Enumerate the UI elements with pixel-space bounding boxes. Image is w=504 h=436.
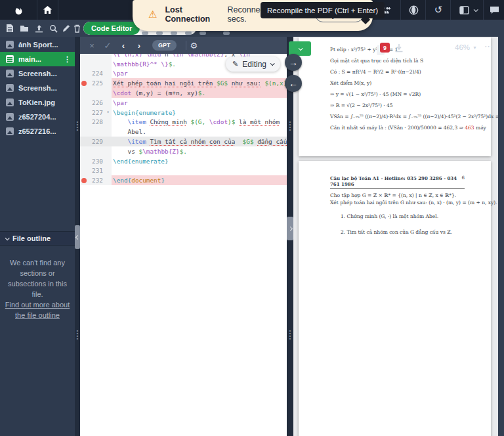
new-folder-button[interactable] bbox=[18, 22, 30, 34]
file-menu-icon[interactable]: ⋮ bbox=[62, 55, 75, 64]
pdf-zoom-control[interactable]: 46% ▼ bbox=[455, 43, 477, 51]
gutter[interactable]: 225 bbox=[80, 78, 112, 88]
divider bbox=[186, 41, 186, 50]
outline-help-link[interactable]: Find out more about the file outline bbox=[4, 299, 71, 320]
gutter[interactable] bbox=[80, 146, 112, 156]
file-tree-item[interactable]: z6527216... bbox=[0, 124, 75, 139]
code-text[interactable]: vs $\mathbb{Z}$. bbox=[112, 146, 287, 156]
accept-change-button[interactable]: ✓ bbox=[100, 41, 116, 51]
drag-handle-icon[interactable]: •••• bbox=[77, 121, 79, 131]
settings-gear-icon[interactable]: ⚙ bbox=[190, 41, 198, 51]
drag-handle-icon[interactable]: •••• bbox=[289, 121, 291, 131]
file-outline-header[interactable]: File outline bbox=[0, 231, 75, 246]
file-tree-item[interactable]: z6527204... bbox=[0, 110, 75, 124]
gpt-button[interactable]: GPT bbox=[152, 40, 177, 51]
code-lines[interactable]: \{ (n,x) \mid n \in \mathbb{Z}, x \in\ma… bbox=[80, 54, 287, 436]
pdf-list-item: 1. Chứng minh (G, ·) là một nhóm Abel. bbox=[341, 213, 478, 219]
code-text[interactable]: Abel. bbox=[112, 127, 287, 137]
expand-pdf-handle[interactable] bbox=[287, 217, 293, 240]
code-text[interactable]: \cdot (m,y) = (m+n, xy)$. bbox=[112, 88, 287, 98]
next-change-button[interactable]: › bbox=[131, 41, 147, 51]
overleaf-logo[interactable] bbox=[9, 0, 29, 20]
drag-handle-icon[interactable]: •••• bbox=[289, 330, 291, 340]
pdf-header-text: Câu lạc bộ Toán A1 - Hotline: 035 290 32… bbox=[330, 175, 462, 187]
gutter[interactable] bbox=[80, 88, 112, 98]
code-editor-tab[interactable]: Code Editor bbox=[83, 22, 140, 35]
drag-handle-icon[interactable]: •••• bbox=[77, 330, 79, 340]
image-icon bbox=[6, 84, 14, 92]
pdf-overflow-menu[interactable]: ⋯ bbox=[484, 41, 494, 51]
layout-button[interactable] bbox=[453, 0, 483, 20]
editing-mode-dropdown[interactable]: ✎ Editing bbox=[226, 56, 280, 72]
code-text[interactable]: Xét phép toán hai ngôi trên $G$ như sau:… bbox=[112, 78, 287, 88]
chat-button[interactable] bbox=[484, 0, 504, 20]
go-to-pdf-button[interactable]: → bbox=[285, 54, 302, 71]
code-line[interactable]: 231 bbox=[80, 166, 287, 176]
collapse-file-tree-handle[interactable] bbox=[75, 225, 80, 249]
download-pdf-button[interactable] bbox=[394, 43, 404, 55]
code-line[interactable]: 227▾\begin{enumerate} bbox=[80, 108, 287, 118]
file-tree-item[interactable]: Screensh... bbox=[0, 66, 75, 81]
file-tree-item[interactable]: Screensh... bbox=[0, 81, 75, 95]
pdf-scrollbar[interactable] bbox=[498, 37, 504, 436]
code-text[interactable]: \begin{enumerate} bbox=[112, 108, 287, 118]
code-text[interactable]: \item Chứng minh $(G, \cdot)$ là một nhó… bbox=[112, 118, 287, 127]
upload-button[interactable] bbox=[33, 22, 45, 34]
gutter[interactable] bbox=[80, 59, 112, 69]
delete-button[interactable] bbox=[71, 22, 83, 34]
history-button[interactable]: ↺ bbox=[427, 0, 450, 20]
obscured-toolbar-icon bbox=[223, 32, 230, 35]
gutter[interactable]: 231 bbox=[80, 166, 112, 176]
code-text[interactable]: \par bbox=[112, 98, 287, 108]
code-line[interactable]: Abel. bbox=[80, 127, 287, 137]
code-text[interactable]: \end{document} bbox=[112, 175, 287, 185]
gutter[interactable]: 227▾ bbox=[80, 108, 112, 118]
code-text[interactable]: \end{enumerate} bbox=[112, 156, 287, 166]
submit-button[interactable] bbox=[402, 0, 425, 20]
tracked-change-marker[interactable] bbox=[81, 81, 87, 86]
logs-button[interactable]: 9 bbox=[377, 43, 390, 55]
pdf-text-line: ⇒ y = √(1 − x²/75²) · 45 (MN = √2R) bbox=[330, 89, 484, 100]
gutter[interactable] bbox=[80, 127, 112, 137]
gutter[interactable]: 230 bbox=[80, 156, 112, 166]
search-button[interactable] bbox=[47, 22, 59, 34]
gutter[interactable]: 229 bbox=[80, 137, 112, 146]
pdf-text-line: Gọi mặt cắt qua trục có diện tích là S bbox=[330, 55, 484, 66]
code-line[interactable]: \cdot (m,y) = (m+n, xy)$. bbox=[80, 88, 287, 98]
pdf-text-line: VSân = ∫₋₇₅⁷⁵ ((π−2)/4)·R²dx = ∫₋₇₅⁷⁵ ((… bbox=[330, 111, 484, 122]
overleaf-app: ↺ bbox=[0, 0, 504, 436]
tracked-change-marker[interactable] bbox=[81, 178, 87, 183]
pencil-icon: ✎ bbox=[232, 60, 238, 68]
file-tree-panel: ảnh Sport...main...⋮Screensh...Screensh.… bbox=[0, 37, 75, 436]
code-text[interactable]: \item Tìm tất cả nhóm con của $G$ đẳng c… bbox=[112, 137, 287, 146]
file-tree-item[interactable]: main...⋮ bbox=[0, 52, 75, 66]
download-icon bbox=[394, 43, 404, 53]
gutter[interactable]: 232 bbox=[80, 175, 112, 185]
code-line[interactable]: 230\end{enumerate} bbox=[80, 156, 287, 166]
file-tree-item[interactable]: ảnh Sport... bbox=[0, 37, 75, 52]
gutter[interactable]: 228 bbox=[80, 118, 112, 127]
code-line[interactable]: 228 \item Chứng minh $(G, \cdot)$ là một… bbox=[80, 118, 287, 127]
code-line[interactable]: 225Xét phép toán hai ngôi trên $G$ như s… bbox=[80, 78, 287, 88]
new-file-button[interactable] bbox=[4, 22, 16, 34]
previous-change-button[interactable]: ‹ bbox=[116, 41, 131, 51]
pdf-resizer[interactable]: •••• •••• bbox=[287, 37, 293, 436]
reject-change-button[interactable]: × bbox=[84, 41, 100, 51]
gutter[interactable]: 226 bbox=[80, 98, 112, 108]
rename-button[interactable] bbox=[60, 22, 72, 34]
code-line[interactable]: 232\end{document} bbox=[80, 175, 287, 185]
gutter[interactable] bbox=[80, 54, 112, 59]
home-button[interactable] bbox=[37, 0, 58, 20]
file-name: z6527216... bbox=[18, 127, 75, 135]
recompile-tooltip: Recompile the PDF (Ctrl + Enter) bbox=[261, 2, 385, 18]
code-line[interactable]: 229 \item Tìm tất cả nhóm con của $G$ đẳ… bbox=[80, 137, 287, 146]
code-text[interactable] bbox=[112, 166, 287, 176]
file-tree-item[interactable]: ToKien.jpg bbox=[0, 95, 75, 110]
file-tree-resizer[interactable]: •••• •••• bbox=[75, 37, 80, 436]
gutter[interactable]: 224 bbox=[80, 69, 112, 79]
fold-icon[interactable]: ▾ bbox=[104, 110, 112, 115]
go-to-code-button[interactable]: ← bbox=[285, 75, 302, 92]
file-name: main... bbox=[18, 55, 58, 63]
code-line[interactable]: vs $\mathbb{Z}$. bbox=[80, 146, 287, 156]
code-line[interactable]: 226\par bbox=[80, 98, 287, 108]
